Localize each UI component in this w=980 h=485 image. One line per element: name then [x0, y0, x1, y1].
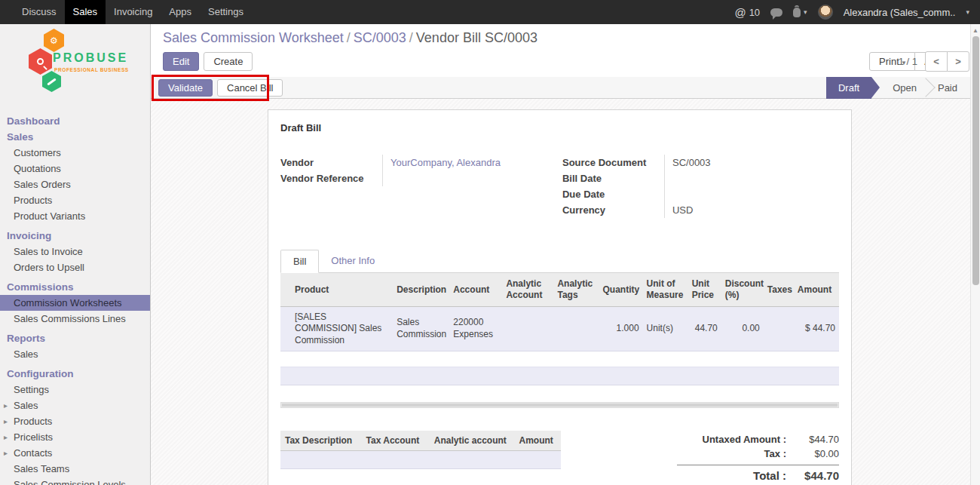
sidebar-item-sales-to-invoice[interactable]: Sales to Invoice [0, 244, 150, 259]
sidebar-item-config-sales[interactable]: ▸Sales [0, 398, 150, 413]
vendor-value-link[interactable]: YourCompany, Alexandra [390, 157, 501, 168]
at-icon: @ [734, 6, 746, 19]
tax-table-block: Tax Description Tax Account Analytic acc… [280, 431, 561, 485]
col-tax-description[interactable]: Tax Description [280, 431, 362, 451]
tax-lines-table: Tax Description Tax Account Analytic acc… [280, 431, 561, 451]
cancel-bill-button[interactable]: Cancel Bill [217, 79, 283, 97]
app-apps[interactable]: Apps [161, 0, 200, 24]
magnifier-hexagon-icon [29, 48, 52, 75]
validate-button[interactable]: Validate [158, 79, 213, 97]
bill-date-label: Bill Date [562, 170, 664, 186]
sidebar-item-config-products[interactable]: ▸Products [0, 413, 150, 429]
sidebar-item-orders-to-upsell[interactable]: Orders to Upsell [0, 259, 150, 275]
tax-empty-row[interactable] [280, 451, 561, 469]
status-step-paid[interactable]: Paid [926, 77, 969, 99]
col-account[interactable]: Account [449, 273, 502, 306]
cell-unit-price: 44.70 [688, 306, 721, 351]
vertical-scrollbar-thumb[interactable] [972, 36, 979, 285]
notebook-tabs: Bill Other Info [280, 250, 839, 273]
bill-date-value [664, 170, 839, 186]
tab-other-info[interactable]: Other Info [319, 250, 387, 272]
sidebar-item-customers[interactable]: Customers [0, 145, 150, 161]
sidebar-item-settings[interactable]: Settings [0, 382, 150, 398]
sidebar-item-reports-sales[interactable]: Sales [0, 346, 150, 362]
sidebar-item-config-pricelists[interactable]: ▸Pricelists [0, 429, 150, 445]
col-tax-account[interactable]: Tax Account [362, 431, 430, 451]
sidebar-item-config-contacts[interactable]: ▸Contacts [0, 445, 150, 461]
col-description[interactable]: Description [393, 273, 449, 306]
avatar[interactable] [818, 5, 833, 20]
sidebar-item-sales-commissions-lines[interactable]: Sales Commissions Lines [0, 311, 150, 327]
sidebar-item-quotations[interactable]: Quotations [0, 161, 150, 177]
empty-line-row[interactable] [280, 367, 839, 385]
pager-next-button[interactable]: > [947, 51, 969, 72]
sidebar-item-sales-teams[interactable]: Sales Teams [0, 461, 150, 477]
breadcrumb-record-link[interactable]: SC/0003 [354, 30, 406, 45]
col-product[interactable]: Product [291, 273, 393, 306]
tax-table-header-row: Tax Description Tax Account Analytic acc… [280, 431, 561, 451]
vendor-reference-label: Vendor Reference [280, 170, 382, 186]
col-analytic-tags[interactable]: Analytic Tags [553, 273, 599, 306]
col-analytic-account[interactable]: Analytic Account [502, 273, 553, 306]
currency-label: Currency [562, 202, 664, 218]
breadcrumb: Sales Commission Worksheet/SC/0003/Vendo… [163, 30, 968, 46]
expand-icon[interactable]: ▸ [4, 447, 8, 459]
brand-name: PROBUSE [53, 51, 128, 65]
create-button[interactable]: Create [204, 52, 253, 71]
bill-line-row[interactable]: [SALES COMMISSION] Sales Commission Sale… [280, 306, 839, 351]
mention-counter[interactable]: @ 10 [734, 6, 760, 19]
sidebar-item-products[interactable]: Products [0, 192, 150, 208]
horizontal-scrollbar[interactable] [280, 402, 839, 408]
tax-label: Tax : [677, 448, 786, 459]
pager-previous-button[interactable]: < [925, 51, 948, 72]
sheet-title: Draft Bill [280, 122, 839, 134]
col-amount[interactable]: Amount [794, 273, 839, 306]
control-panel: Sales Commission Worksheet/SC/0003/Vendo… [151, 24, 980, 77]
col-tax-analytic-account[interactable]: Analytic account [430, 431, 515, 451]
user-menu[interactable]: Alexandra (Sales_comm.. [844, 7, 956, 18]
col-unit-price[interactable]: Unit Price [688, 273, 721, 306]
vertical-scrollbar[interactable]: ▲ [970, 24, 980, 485]
sidebar: ⚙ PROBUSE PROFESSIONAL BUSINESS Dashboar… [0, 24, 151, 485]
sidebar-item-dashboard[interactable]: Dashboard [0, 113, 150, 129]
tab-bill[interactable]: Bill [280, 250, 319, 273]
scroll-up-icon[interactable]: ▲ [971, 24, 980, 34]
debug-menu[interactable]: ▾ [793, 8, 807, 17]
sidebar-item-sales-commission-levels[interactable]: Sales Commission Levels [0, 477, 150, 485]
col-taxes[interactable]: Taxes [764, 273, 794, 306]
edit-button[interactable]: Edit [163, 52, 199, 71]
horizontal-scrollbar-thumb[interactable] [282, 404, 838, 407]
col-unit-of-measure[interactable]: Unit of Measure [643, 273, 688, 306]
bill-lines-table: Product Description Account Analytic Acc… [280, 273, 839, 351]
sidebar-section-commissions: Commissions [0, 279, 150, 295]
sidebar-item-commission-worksheets[interactable]: Commission Worksheets [0, 295, 150, 311]
untaxed-amount-label: Untaxed Amount : [677, 434, 786, 445]
cell-account: 220000 Expenses [449, 306, 502, 351]
document-group: Source Document SC/0003 Bill Date Due Da… [562, 155, 839, 218]
expand-icon[interactable]: ▸ [4, 431, 8, 443]
expand-icon[interactable]: ▸ [4, 416, 8, 427]
cell-analytic-account [502, 306, 553, 351]
app-settings[interactable]: Settings [200, 0, 252, 24]
breadcrumb-current: Vendor Bill SC/0003 [416, 30, 537, 45]
vendor-group: Vendor YourCompany, Alexandra Vendor Ref… [280, 155, 562, 218]
pager-count: 1 / 1 [899, 56, 917, 67]
col-quantity[interactable]: Quantity [599, 273, 643, 306]
app-sales[interactable]: Sales [65, 0, 106, 24]
sidebar-item-product-variants[interactable]: Product Variants [0, 208, 150, 224]
expand-icon[interactable]: ▸ [4, 400, 8, 411]
sidebar-item-sales-orders[interactable]: Sales Orders [0, 177, 150, 192]
app-discuss[interactable]: Discuss [14, 0, 65, 24]
status-step-draft[interactable]: Draft [826, 77, 871, 99]
totals-block: Untaxed Amount : $44.70 Tax : $0.00 Tota… [677, 432, 839, 483]
col-discount[interactable]: Discount (%) [721, 273, 764, 306]
status-pipeline: Draft Open Paid [826, 77, 969, 99]
tax-value: $0.00 [786, 448, 839, 459]
col-tax-amount[interactable]: Amount [514, 431, 561, 451]
sidebar-section-sales[interactable]: Sales [0, 129, 150, 145]
chat-bubble-icon[interactable] [770, 8, 782, 17]
handle-column-header [280, 273, 291, 306]
app-invoicing[interactable]: Invoicing [106, 0, 161, 24]
vendor-label: Vendor [280, 155, 382, 170]
breadcrumb-worksheet-link[interactable]: Sales Commission Worksheet [163, 30, 344, 45]
